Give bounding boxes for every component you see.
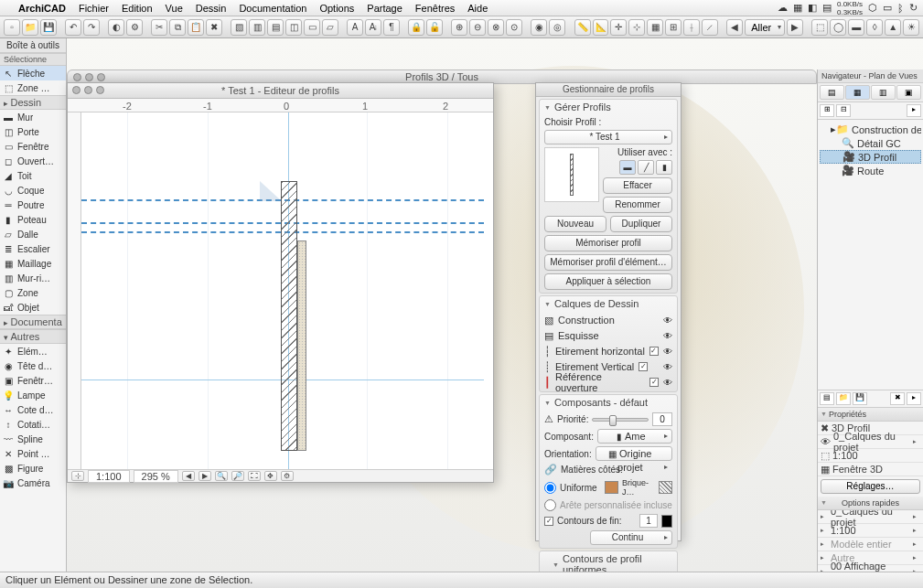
tb-elem5-icon[interactable]: ▭ [304,19,320,36]
tb-persp-icon[interactable]: ▲ [885,19,901,36]
pm-renommer-button[interactable]: Renommer [603,197,672,213]
footer-fit-icon[interactable]: ⛶ [248,471,261,481]
nav-tab-layout-icon[interactable]: ▥ [871,85,896,100]
tb-rebuild-icon[interactable]: ⚙ [126,19,143,36]
tray-icon[interactable]: ▦ [793,2,802,14]
nav-tool-icon[interactable]: ⊞ [820,104,834,117]
tool-mur-rideau[interactable]: ▥Mur-ri… [0,271,66,285]
nc-btn-icon[interactable]: 📁 [836,392,851,405]
tool-mur[interactable]: ▬Mur [0,110,66,124]
eye-icon[interactable]: 👁 [663,347,672,357]
tool-lampe[interactable]: 💡Lampe [0,388,66,402]
tb-elem3-icon[interactable]: ▤ [267,19,284,36]
footer-scale[interactable]: 1:100 [88,470,130,483]
tool-poteau[interactable]: ▮Poteau [0,212,66,227]
tray-icon[interactable]: ◧ [808,2,817,14]
tool-marquee[interactable]: ⬚Zone … [0,80,66,95]
pm-swatch[interactable] [605,481,618,494]
footer-next-icon[interactable]: ▶ [199,471,211,481]
editor-canvas[interactable] [81,112,484,469]
tb-elem6-icon[interactable]: ▱ [322,19,338,36]
tool-tete[interactable]: ◉Tête d… [0,358,66,373]
tray-icon[interactable]: ▤ [822,2,832,14]
nav-item-3dprofil[interactable]: 🎥 3D Profil [820,150,921,164]
tb-sphere-icon[interactable]: ◯ [830,19,846,36]
tb-suspend-icon[interactable]: ◐ [108,19,124,36]
checkbox[interactable]: ✓ [649,378,659,387]
pm-layer-esquisse[interactable]: ▤Esquisse👁 [544,329,672,342]
tool-toit[interactable]: ◢Toit [0,168,66,183]
nav-tab-project-icon[interactable]: ▤ [820,85,844,100]
tb-undo-icon[interactable]: ↶ [65,19,81,36]
tb-paste-icon[interactable]: 📋 [188,19,204,36]
tool-spline[interactable]: 〰Spline [0,432,66,446]
tool-cote[interactable]: ↔Cote d… [0,402,66,417]
props-row-scale[interactable]: ⬚1:100 [818,449,923,463]
nav-item-detail[interactable]: 🔍 Détail GC [820,136,921,150]
menu-dessin[interactable]: Dessin [196,3,227,14]
tray-icon[interactable]: ☁ [778,2,788,14]
pm-layer-ref[interactable]: ┃Référence ouverture✓👁 [544,376,672,389]
options-title[interactable]: Options rapides [818,497,923,510]
footer-zoom[interactable]: 295 % [134,470,178,483]
tb-cube-icon[interactable]: ⬚ [811,19,828,36]
pm-contours-color[interactable] [661,515,672,528]
tb-tool3-icon[interactable]: ⊗ [488,19,504,36]
pm-contours-style-select[interactable]: Continu [590,530,672,545]
tool-dalle[interactable]: ▱Dalle [0,227,66,241]
sync-icon[interactable]: ↻ [909,2,918,14]
tb-mode-icon[interactable]: ◉ [531,19,547,36]
menu-fenetres[interactable]: Fenêtres [415,3,455,14]
tb-tool4-icon[interactable]: ⊙ [506,19,522,36]
footer-pan-icon[interactable]: ✥ [264,471,277,481]
pm-section-calques[interactable]: Calques de Dessin [540,296,677,311]
tb-copy-icon[interactable]: ⧉ [169,19,186,36]
tb-para-icon[interactable]: ¶ [383,19,400,36]
tb-next-icon[interactable]: ▶ [787,19,803,36]
nav-item-route[interactable]: 🎥 Route [820,164,921,177]
tb-elem2-icon[interactable]: ▥ [249,19,265,36]
tool-camera[interactable]: 📷Caméra [0,476,66,490]
eye-icon[interactable]: 👁 [663,362,672,372]
nc-btn-icon[interactable]: ▤ [820,392,834,405]
tb-aller-select[interactable]: Aller [745,19,785,36]
pm-priorite-value[interactable]: 0 [652,412,672,426]
tool-escalier[interactable]: ≣Escalier [0,241,66,256]
nav-tab-publish-icon[interactable]: ▣ [896,85,921,100]
nav-tab-view-icon[interactable]: ▦ [845,85,870,100]
footer-zoomin-icon[interactable]: 🔍 [215,471,228,481]
checkbox[interactable]: ✓ [649,347,659,356]
pm-swatch2[interactable] [659,481,672,494]
editor-titlebar[interactable]: * Test 1 - Editeur de profils [68,83,493,99]
tb-cut-icon[interactable]: ✂ [151,19,167,36]
pm-memoriser-elem-button[interactable]: Mémoriser profil d'élément… [544,254,672,271]
tool-ouverture[interactable]: ◻Ouvert… [0,154,66,168]
pm-use-wall-icon[interactable]: ▬ [619,160,636,175]
tool-maillage[interactable]: ▦Maillage [0,256,66,271]
zoom-icon[interactable] [96,86,104,94]
tb-sun-icon[interactable]: ☀ [903,19,919,36]
tb-measure-icon[interactable]: 📏 [574,19,591,36]
tool-arrow[interactable]: ↖Flèche [0,66,66,80]
close-icon[interactable] [72,86,80,94]
toolbox-section-dessin[interactable]: ▸ Dessin [0,95,66,110]
minimize-icon[interactable] [85,73,93,81]
menu-partage[interactable]: Partage [367,3,402,14]
pm-arete-radio[interactable] [544,499,556,511]
pm-use-column-icon[interactable]: ▮ [656,160,672,175]
tb-grid2-icon[interactable]: ⊞ [665,19,682,36]
tb-ruler-icon[interactable]: ⟊ [683,19,700,36]
props-row-layers[interactable]: 👁0_Calques du projet▸ [818,435,923,449]
dropbox-icon[interactable]: ⬡ [868,2,877,14]
tb-mode2-icon[interactable]: ◎ [549,19,565,36]
tool-point[interactable]: ✕Point … [0,446,66,461]
pm-profile-select[interactable]: * Test 1 [544,130,672,144]
tb-ruler2-icon[interactable]: ⟋ [702,19,718,36]
eye-icon[interactable]: 👁 [663,378,672,388]
footer-zoomout-icon[interactable]: 🔎 [231,471,244,481]
pm-layer-etir-h[interactable]: ┆Etirement horizontal✓👁 [544,345,672,358]
tb-text2-icon[interactable]: Aᵢ [365,19,381,36]
tb-redo-icon[interactable]: ↷ [83,19,100,36]
tb-measure2-icon[interactable]: 📐 [593,19,609,36]
nav-tool-icon[interactable]: ⊟ [836,104,851,117]
